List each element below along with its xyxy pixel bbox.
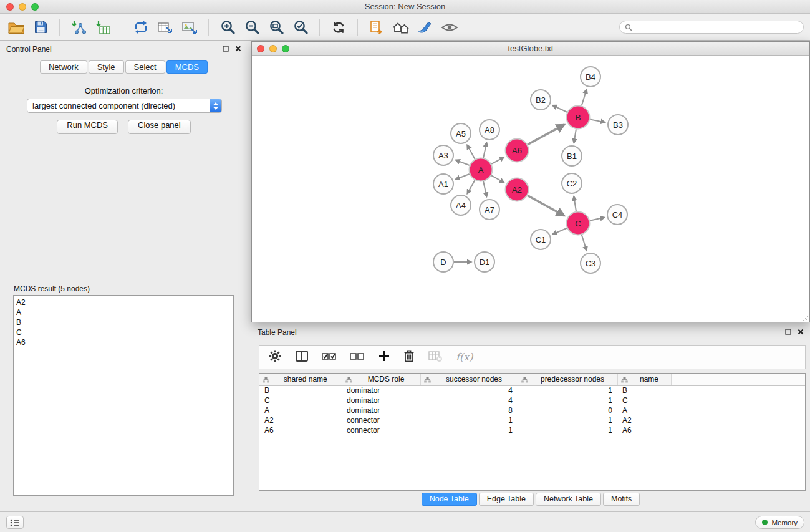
table-row[interactable]: Bdominator41B — [259, 385, 805, 395]
network-zoom-button[interactable] — [282, 45, 289, 52]
graph-node-B4[interactable]: B4 — [581, 67, 600, 87]
edge-C-C3[interactable] — [582, 235, 587, 251]
save-session-button[interactable] — [31, 17, 51, 37]
graph-node-A1[interactable]: A1 — [433, 174, 453, 194]
edge-A-A2[interactable] — [491, 175, 504, 182]
cell-successor-nodes[interactable]: 8 — [420, 405, 518, 415]
graph-node-C2[interactable]: C2 — [562, 173, 582, 193]
cell-shared-name[interactable]: A — [259, 405, 342, 415]
refresh-layout-button[interactable] — [329, 17, 349, 37]
deselect-all-button[interactable] — [350, 351, 365, 364]
criterion-select[interactable]: largest connected component (directed) — [27, 99, 222, 113]
edge-A6-B[interactable] — [528, 125, 564, 145]
float-panel-icon[interactable] — [223, 46, 229, 52]
paint-style-button[interactable] — [415, 17, 435, 37]
cell-name[interactable]: B — [617, 385, 671, 395]
mcds-result-list[interactable]: A2ABCA6 — [13, 295, 234, 496]
network-close-button[interactable] — [257, 45, 264, 52]
network-canvas[interactable]: B4B2BB3A5A8A6A3AB1A1A2C2A4A7C4CC1C3DD1 — [252, 56, 809, 322]
cell-successor-nodes[interactable]: 4 — [420, 395, 518, 405]
result-item[interactable]: A6 — [16, 337, 231, 347]
column-header-mcds-role[interactable]: MCDS role — [342, 374, 420, 385]
minimize-window-button[interactable] — [19, 3, 26, 11]
edge-A-A4[interactable] — [467, 180, 475, 194]
column-header-successor-nodes[interactable]: successor nodes — [420, 374, 518, 385]
graph-node-C4[interactable]: C4 — [607, 205, 627, 225]
edge-C-C2[interactable] — [574, 196, 576, 211]
function-builder-button[interactable]: f(x) — [456, 351, 473, 363]
graph-node-B3[interactable]: B3 — [608, 115, 628, 135]
graph-node-D1[interactable]: D1 — [475, 252, 494, 272]
zoom-fit-button[interactable] — [266, 17, 286, 37]
edge-B-B3[interactable] — [590, 120, 605, 123]
export-image-button[interactable] — [180, 17, 200, 37]
search-input[interactable] — [635, 23, 798, 32]
delete-button[interactable] — [403, 349, 415, 365]
show-hide-button[interactable] — [440, 17, 460, 37]
cell-name[interactable]: A2 — [617, 415, 671, 425]
edge-C-C1[interactable] — [552, 228, 567, 235]
cell-name[interactable]: A6 — [617, 425, 671, 435]
graph-node-A6[interactable]: A6 — [506, 139, 529, 162]
cell-mcds-role[interactable]: dominator — [342, 395, 420, 405]
cell-shared-name[interactable]: A2 — [259, 415, 342, 425]
cell-successor-nodes[interactable]: 1 — [420, 415, 518, 425]
graph-node-B2[interactable]: B2 — [531, 90, 551, 110]
cell-predecessor-nodes[interactable]: 1 — [518, 385, 617, 395]
show-columns-button[interactable] — [295, 350, 309, 365]
cell-predecessor-nodes[interactable]: 0 — [518, 405, 617, 415]
graph-node-C3[interactable]: C3 — [581, 253, 600, 273]
table-row[interactable]: Cdominator41C — [259, 395, 805, 405]
result-item[interactable]: A — [16, 307, 231, 317]
graph-node-C1[interactable]: C1 — [531, 230, 551, 249]
table-settings-button[interactable] — [268, 349, 282, 365]
cell-name[interactable]: A — [617, 405, 671, 415]
graph-node-C[interactable]: C — [567, 212, 590, 235]
zoom-selected-button[interactable] — [291, 17, 311, 37]
table-row[interactable]: A2connector11A2 — [259, 415, 805, 425]
export-table-button[interactable] — [155, 17, 175, 37]
cell-successor-nodes[interactable]: 4 — [420, 385, 518, 395]
tab-edge-table[interactable]: Edge Table — [479, 493, 534, 506]
edge-A-A8[interactable] — [483, 143, 486, 158]
resize-grip-icon[interactable] — [801, 314, 809, 321]
run-mcds-button[interactable]: Run MCDS — [57, 120, 118, 134]
memory-indicator[interactable]: Memory — [755, 516, 804, 529]
edge-A-A1[interactable] — [456, 174, 470, 180]
column-header-shared-name[interactable]: shared name — [259, 374, 342, 385]
result-item[interactable]: C — [16, 327, 231, 337]
cell-mcds-role[interactable]: connector — [342, 415, 420, 425]
close-panel-button[interactable]: Close panel — [128, 120, 191, 134]
graph-node-B1[interactable]: B1 — [562, 146, 582, 166]
tab-motifs[interactable]: Motifs — [603, 493, 640, 506]
zoom-out-button[interactable] — [242, 17, 262, 37]
edge-A2-C[interactable] — [528, 195, 564, 215]
graph-node-A7[interactable]: A7 — [480, 200, 499, 220]
import-network-button[interactable] — [69, 17, 89, 37]
cell-shared-name[interactable]: A6 — [259, 425, 342, 435]
zoom-in-button[interactable] — [218, 17, 238, 37]
graph-node-A5[interactable]: A5 — [451, 123, 471, 143]
tab-style[interactable]: Style — [89, 60, 124, 74]
column-header-name[interactable]: name — [617, 374, 671, 385]
close-table-panel-icon[interactable] — [798, 329, 804, 335]
edge-C-C4[interactable] — [590, 218, 604, 221]
close-window-button[interactable] — [6, 3, 14, 11]
cell-predecessor-nodes[interactable]: 1 — [518, 425, 617, 435]
result-item[interactable]: B — [16, 317, 231, 327]
graph-node-A4[interactable]: A4 — [451, 195, 471, 215]
cell-predecessor-nodes[interactable]: 1 — [518, 415, 617, 425]
edge-A-A6[interactable] — [491, 157, 504, 164]
edge-B-B1[interactable] — [574, 129, 576, 143]
result-item[interactable]: A2 — [16, 297, 231, 307]
cell-mcds-role[interactable]: dominator — [342, 405, 420, 415]
zoom-window-button[interactable] — [31, 3, 39, 11]
tab-network-table[interactable]: Network Table — [536, 493, 601, 506]
status-menu-button[interactable] — [6, 516, 24, 529]
select-all-button[interactable] — [322, 351, 337, 364]
graph-node-B[interactable]: B — [567, 106, 590, 129]
cell-shared-name[interactable]: B — [259, 385, 342, 395]
close-panel-icon[interactable] — [235, 46, 241, 52]
open-session-button[interactable] — [6, 17, 26, 37]
home-button[interactable] — [391, 17, 411, 37]
